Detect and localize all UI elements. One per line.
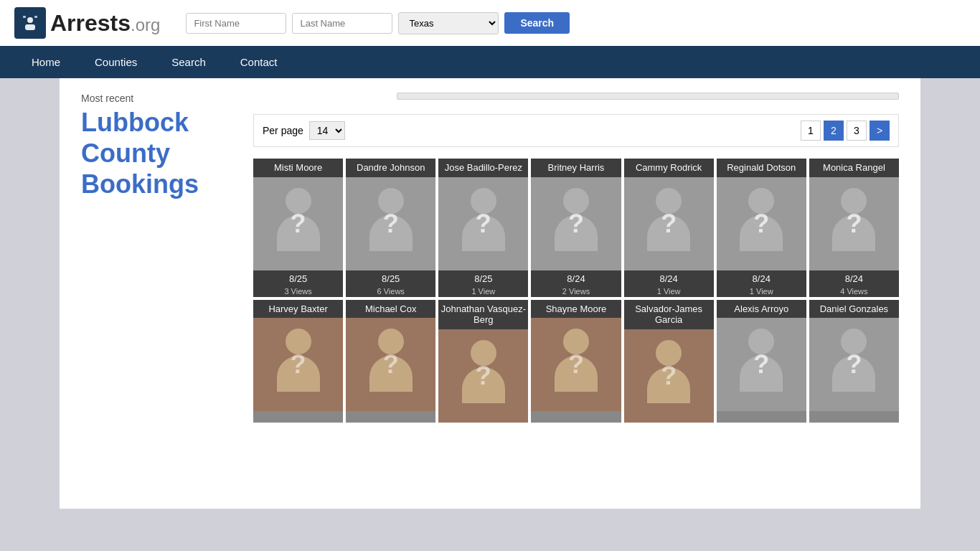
mugshot-image: ?	[531, 318, 621, 411]
silhouette-icon: ?	[640, 188, 697, 260]
mugshot-name: Salvador-James Garcia	[624, 300, 714, 329]
grid-controls: Per page 14 28 42 1 2 3 >	[253, 114, 899, 147]
first-name-input[interactable]	[186, 13, 286, 34]
mugshot-image: ?	[531, 177, 621, 270]
logo-suffix: .org	[131, 15, 160, 34]
mugshot-name: Alexis Arroyo	[717, 300, 806, 319]
mugshot-views: 1 View	[624, 286, 714, 297]
nav-item-home[interactable]: Home	[14, 46, 77, 78]
nav-item-counties[interactable]: Counties	[77, 46, 154, 78]
page-title: Lubbock County Bookings	[81, 107, 239, 200]
silhouette-icon: ?	[732, 329, 790, 400]
svg-point-1	[27, 17, 33, 23]
mugshot-image: ?	[624, 177, 714, 270]
mugshot-card[interactable]: Alexis Arroyo ?	[717, 300, 806, 423]
mugshot-image: ?	[253, 318, 343, 411]
mugshot-image: ?	[438, 177, 528, 270]
mugshot-image: ?	[438, 329, 528, 423]
left-panel: Most recent Lubbock County Bookings	[81, 93, 239, 423]
mugshot-name: Britney Harris	[531, 159, 621, 177]
mugshot-card[interactable]: Jose Badillo-Perez ? 8/251 View	[438, 159, 528, 297]
mugshot-card[interactable]: Dandre Johnson ? 8/256 Views	[346, 159, 435, 297]
right-panel: Per page 14 28 42 1 2 3 >	[253, 93, 899, 423]
mugshot-views: 1 View	[438, 286, 528, 297]
state-select[interactable]: AlabamaAlaskaArizonaArkansasCaliforniaCo…	[398, 12, 499, 34]
question-mark-icon: ?	[291, 349, 306, 380]
mugshot-card[interactable]: Daniel Gonzales ?	[809, 300, 899, 423]
mugshot-name: Shayne Moore	[531, 300, 621, 319]
mugshot-name: Michael Cox	[346, 300, 435, 319]
scrollbar[interactable]	[397, 93, 899, 100]
question-mark-icon: ?	[383, 209, 399, 239]
mugshot-grid-row1: Misti Moore ? 8/253 ViewsDandre Johnson …	[253, 159, 899, 297]
nav-item-contact[interactable]: Contact	[223, 46, 295, 78]
mugshot-card[interactable]: Reginald Dotson ? 8/241 View	[717, 159, 806, 297]
search-form: AlabamaAlaskaArizonaArkansasCaliforniaCo…	[186, 12, 570, 34]
mugshot-name: Jose Badillo-Perez	[438, 159, 528, 177]
most-recent-label: Most recent	[81, 93, 239, 104]
silhouette-icon: ?	[547, 329, 605, 400]
page-3[interactable]: 3	[847, 121, 867, 141]
mugshot-image: ?	[624, 329, 714, 423]
mugshot-card[interactable]: Harvey Baxter ?	[253, 300, 343, 423]
mugshot-image: ?	[809, 318, 899, 411]
mugshot-image: ?	[346, 318, 435, 411]
last-name-input[interactable]	[292, 13, 392, 34]
logo-brand: Arrests	[50, 10, 131, 36]
mugshot-card[interactable]: Misti Moore ? 8/253 Views	[253, 159, 343, 297]
question-mark-icon: ?	[291, 209, 306, 239]
mugshot-card[interactable]: Monica Rangel ? 8/244 Views	[809, 159, 899, 297]
mugshot-views: 3 Views	[253, 286, 343, 297]
silhouette-icon: ?	[825, 329, 882, 400]
content-area: Most recent Lubbock County Bookings Per …	[60, 78, 920, 437]
per-page-label: Per page	[263, 125, 303, 136]
mugshot-image: ?	[346, 177, 435, 270]
silhouette-icon: ?	[732, 188, 790, 260]
navigation: Home Counties Search Contact	[0, 46, 980, 78]
svg-rect-4	[34, 16, 37, 18]
mugshot-card[interactable]: Shayne Moore ?	[531, 300, 621, 423]
question-mark-icon: ?	[753, 349, 769, 380]
nav-item-search[interactable]: Search	[154, 46, 223, 78]
mugshot-image: ?	[809, 177, 899, 270]
mugshot-name: Misti Moore	[253, 159, 343, 177]
silhouette-icon: ?	[270, 188, 327, 260]
silhouette-icon: ?	[455, 340, 512, 412]
question-mark-icon: ?	[846, 209, 862, 239]
mugshot-date: 8/24	[717, 270, 806, 286]
mugshot-image: ?	[253, 177, 343, 270]
logo-area: Arrests.org	[14, 7, 160, 39]
mugshot-card[interactable]: Salvador-James Garcia ?	[624, 300, 714, 423]
silhouette-icon: ?	[640, 340, 697, 412]
per-page-select[interactable]: 14 28 42	[309, 121, 345, 140]
mugshot-card[interactable]: Johnathan Vasquez-Berg ?	[438, 300, 528, 423]
mugshot-grid-row2: Harvey Baxter ? Michael Cox ? Johnathan …	[253, 300, 899, 423]
question-mark-icon: ?	[661, 361, 677, 391]
page-2[interactable]: 2	[824, 121, 844, 141]
mugshot-name: Monica Rangel	[809, 159, 899, 177]
mugshot-date: 8/25	[253, 270, 343, 286]
pagination: 1 2 3 >	[801, 121, 890, 141]
silhouette-icon: ?	[547, 188, 605, 260]
logo-text: Arrests.org	[50, 10, 160, 37]
mugshot-card[interactable]: Michael Cox ?	[346, 300, 435, 423]
mugshot-name: Cammy Rodrick	[624, 159, 714, 177]
mugshot-date: 8/25	[438, 270, 528, 286]
silhouette-icon: ?	[455, 188, 512, 260]
header: Arrests.org AlabamaAlaskaArizonaArkansas…	[0, 0, 980, 46]
page-next[interactable]: >	[870, 121, 890, 141]
mugshot-image: ?	[717, 318, 806, 411]
search-button[interactable]: Search	[504, 12, 570, 34]
mugshot-views: 1 View	[717, 286, 806, 297]
mugshot-card[interactable]: Cammy Rodrick ? 8/241 View	[624, 159, 714, 297]
page-1[interactable]: 1	[801, 121, 821, 141]
silhouette-icon: ?	[362, 188, 420, 260]
mugshot-date: 8/24	[624, 270, 714, 286]
per-page-area: Per page 14 28 42	[263, 121, 345, 140]
mugshot-card[interactable]: Britney Harris ? 8/242 Views	[531, 159, 621, 297]
mugshot-date: 8/24	[531, 270, 621, 286]
question-mark-icon: ?	[476, 361, 491, 391]
question-mark-icon: ?	[476, 209, 491, 239]
silhouette-icon: ?	[270, 329, 327, 400]
mugshot-name: Dandre Johnson	[346, 159, 435, 177]
